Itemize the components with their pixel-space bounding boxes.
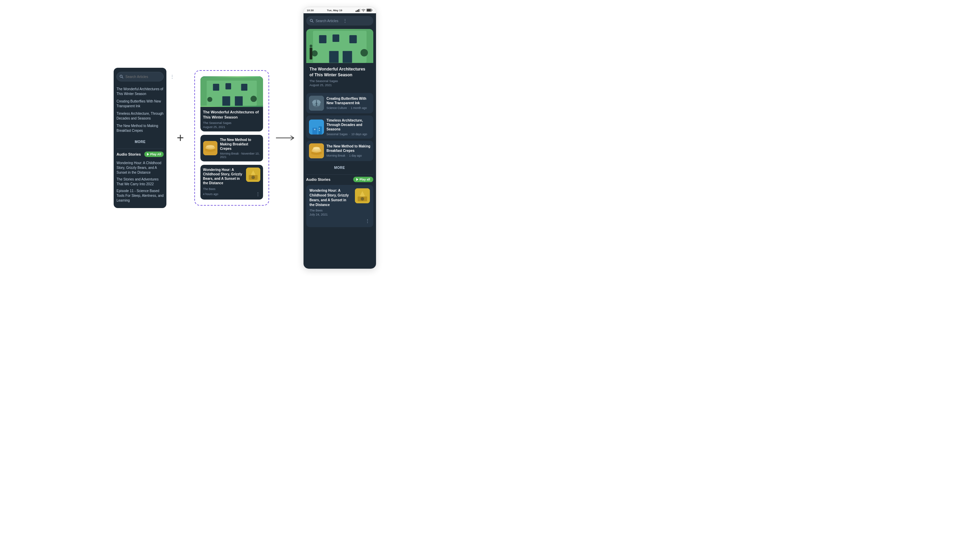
svg-rect-51: [319, 130, 320, 131]
svg-point-34: [311, 50, 318, 56]
architecture-thumbnail: [309, 120, 324, 134]
right-featured-card[interactable]: The Wonderful Architectures of This Wint…: [306, 29, 373, 90]
podcast-thumbnail: [246, 168, 260, 182]
right-podcast-thumbnail: [355, 188, 370, 203]
list-item[interactable]: Creating Butterflies With New Transparen…: [116, 98, 164, 110]
audio-section-title: Audio Stories: [116, 152, 141, 156]
wifi-icon: [361, 8, 366, 12]
svg-point-35: [360, 49, 368, 56]
podcast-card[interactable]: Wondering Hour: A Childhood Story, Grizz…: [200, 165, 263, 199]
right-search-placeholder[interactable]: Search Articles: [316, 19, 343, 23]
crepes-card-meta: Morning Break · November 10, 2021: [220, 152, 260, 159]
svg-rect-33: [342, 51, 352, 63]
audio-item[interactable]: The Stories and Adventures That We Carry…: [116, 176, 164, 188]
search-icon: [119, 75, 124, 79]
podcast-card-title: Wondering Hour: A Childhood Story, Grizz…: [203, 168, 243, 185]
left-article-list: The Wonderful Architectures of This Wint…: [116, 86, 164, 134]
svg-rect-29: [319, 35, 326, 43]
podcast-subtitle: The Bees: [203, 187, 260, 191]
svg-line-1: [122, 77, 123, 78]
svg-rect-22: [360, 8, 360, 12]
butterflies-card-title: Creating Butterflies With New Transparen…: [327, 96, 371, 105]
butterflies-thumbnail: [309, 96, 324, 111]
svg-rect-5: [225, 83, 231, 89]
svg-rect-21: [358, 9, 360, 12]
svg-point-14: [206, 145, 215, 148]
left-search-input[interactable]: [125, 75, 169, 79]
right-crepes-card[interactable]: The New Method to Making Breakfast Crepe…: [306, 140, 373, 161]
svg-point-37: [309, 45, 312, 47]
crepes-thumbnail: [203, 141, 218, 155]
status-icons: [356, 8, 372, 12]
butterflies-card-meta: Science Culture · 1 month ago: [327, 106, 371, 110]
right-play-icon: [356, 178, 358, 181]
podcast-more-icon[interactable]: ⋮: [256, 191, 260, 197]
right-podcast-card[interactable]: Wondering Hour: A Childhood Story, Grizz…: [306, 185, 373, 227]
svg-rect-30: [332, 34, 339, 42]
butterflies-card[interactable]: Creating Butterflies With New Transparen…: [306, 93, 373, 113]
audio-item[interactable]: Wondering Hour: A Childhood Story, Grizz…: [116, 160, 164, 176]
svg-line-26: [312, 21, 313, 22]
svg-rect-49: [314, 129, 315, 130]
right-arrow-icon: [276, 134, 296, 141]
play-icon: [147, 153, 149, 156]
featured-card-subtitle: The Seasonal Sagas: [203, 121, 260, 124]
phone-content: Search Articles ⋮: [304, 13, 376, 269]
svg-rect-19: [356, 11, 356, 12]
list-item[interactable]: Timeless Architecture, Through Decades a…: [116, 110, 164, 122]
svg-rect-6: [241, 84, 247, 91]
more-dots-icon[interactable]: ⋮: [170, 74, 175, 79]
architecture-card-title: Timeless Architecture, Through Decades a…: [327, 118, 371, 131]
featured-card-title: The Wonderful Architectures of This Wint…: [203, 110, 260, 120]
svg-point-10: [250, 96, 256, 102]
right-podcast-more-icon[interactable]: ⋮: [365, 218, 370, 224]
right-audio-title: Audio Stories: [306, 177, 331, 182]
podcast-time-ago: 4 hours ago: [203, 192, 218, 196]
right-more-button[interactable]: MORE: [306, 163, 373, 172]
svg-point-17: [251, 176, 255, 179]
architecture-card-meta: Seasonal Sagas · 10 days ago: [327, 132, 371, 136]
audio-section-header: Audio Stories Play All: [116, 152, 164, 157]
status-bar: 10:30 Tue, May 19: [304, 7, 376, 13]
svg-rect-7: [222, 96, 230, 105]
play-all-button[interactable]: Play All: [144, 152, 164, 157]
right-play-all-label: Play all: [360, 178, 370, 181]
svg-rect-31: [349, 35, 356, 43]
right-podcast-date: July 24, 2021: [310, 213, 352, 216]
left-search-bar[interactable]: ⋮: [116, 72, 164, 81]
card-container: The Wonderful Architectures of This Wint…: [194, 70, 269, 206]
right-crepes-card-meta: Morning Break · 1 day ago: [327, 154, 371, 157]
right-more-dots-icon[interactable]: ⋮: [343, 18, 370, 24]
right-featured-subtitle: The Seasonal Sagas: [310, 79, 370, 83]
list-item[interactable]: The Wonderful Architectures of This Wint…: [116, 86, 164, 98]
audio-item[interactable]: Episode 11 - Science Based Tools For Sle…: [116, 188, 164, 204]
svg-rect-20: [357, 10, 358, 12]
arrow-section: [276, 134, 296, 141]
battery-icon: [366, 8, 372, 12]
svg-rect-32: [329, 51, 339, 63]
list-item[interactable]: The New Method to Making Breakfast Crepe…: [116, 122, 164, 134]
svg-point-56: [313, 147, 320, 149]
right-search-icon: [310, 19, 314, 23]
architecture-card[interactable]: Timeless Architecture, Through Decades a…: [306, 115, 373, 139]
plus-sign: +: [177, 131, 184, 145]
right-audio-header: Audio Stories Play all: [306, 177, 373, 182]
svg-point-9: [207, 97, 212, 102]
left-more-button[interactable]: MORE: [116, 138, 164, 146]
featured-card-date: August 25, 2021: [203, 125, 260, 129]
right-featured-image: [306, 29, 373, 63]
crepes-article-card[interactable]: The New Method to Making Breakfast Crepe…: [200, 135, 263, 161]
svg-point-59: [361, 197, 364, 201]
right-search-bar[interactable]: Search Articles ⋮: [306, 16, 373, 26]
right-featured-title: The Wonderful Architectures of This Wint…: [310, 66, 370, 78]
signal-icon: [356, 8, 360, 12]
right-podcast-subtitle: The Bees: [310, 209, 352, 212]
svg-rect-8: [235, 96, 243, 105]
operator-section: +: [177, 131, 184, 145]
svg-rect-50: [319, 128, 320, 129]
featured-article-card[interactable]: The Wonderful Architectures of This Wint…: [200, 76, 263, 132]
right-featured-date: August 25, 2021: [310, 83, 370, 87]
right-section-divider: [306, 174, 373, 175]
right-play-all-button[interactable]: Play all: [353, 177, 373, 182]
right-crepes-card-title: The New Method to Making Breakfast Crepe…: [327, 144, 371, 153]
